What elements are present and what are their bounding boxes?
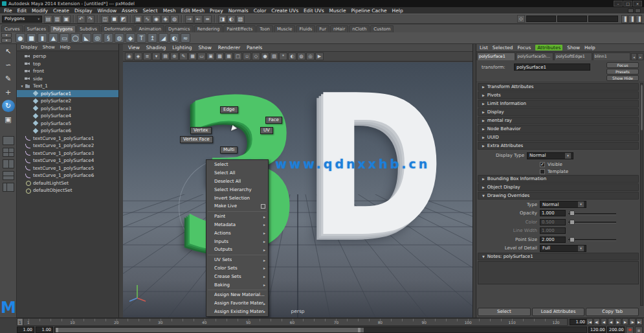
section-bounding-box-information[interactable]: ▶Bounding Box Information xyxy=(478,175,639,183)
input-mode-icon[interactable]: ◇ xyxy=(517,15,525,23)
shelf-tab-custom[interactable]: Custom xyxy=(370,25,394,32)
shelf-tab-fur[interactable]: Fur xyxy=(316,25,329,32)
outliner-item-polysurface5[interactable]: polySurface5 xyxy=(17,120,118,128)
viewport-renderer-button[interactable]: ▶ xyxy=(315,52,324,60)
menu-normals[interactable]: Normals xyxy=(226,8,251,14)
attr-dropdown[interactable]: Normal▾ xyxy=(540,201,586,208)
move-tool-button[interactable]: + xyxy=(2,86,15,98)
outliner-item-defaultobjectset[interactable]: defaultObjectSet xyxy=(17,187,118,194)
save-scene-button[interactable]: ▣ xyxy=(62,15,71,23)
menu-create-uvs[interactable]: Create UVs xyxy=(269,8,301,14)
shelf-tab-subdivs[interactable]: Subdivs xyxy=(76,25,100,32)
smooth-shelf-button[interactable]: ≈ xyxy=(181,33,190,43)
make-live-button[interactable]: ◍ xyxy=(170,15,179,23)
construction-history-button[interactable]: ≡ xyxy=(203,15,212,23)
time-slider[interactable]: 1 1102030405060708090100110120 xyxy=(17,318,568,326)
animation-preferences-button[interactable]: ≡ xyxy=(635,327,643,333)
menu-muscle[interactable]: Muscle xyxy=(327,8,349,14)
ae-menu-attributes[interactable]: Attributes xyxy=(535,45,562,51)
menubar-option-icon[interactable] xyxy=(628,8,634,13)
xray-button[interactable]: ◍ xyxy=(297,52,305,60)
select-component-mode-button[interactable]: ◩ xyxy=(119,15,128,23)
marking-menu-face[interactable]: Face xyxy=(265,117,282,124)
coordinate-input-x[interactable] xyxy=(526,16,556,22)
open-scene-button[interactable]: ▥ xyxy=(53,15,61,23)
previous-key-button[interactable]: ◀| xyxy=(594,318,600,325)
checkbox-visible[interactable] xyxy=(540,162,545,167)
cube-shelf-button[interactable]: ■ xyxy=(27,33,36,43)
go-to-start-button[interactable]: |◀ xyxy=(586,318,593,325)
context-menu-item-paint[interactable]: Paint▸ xyxy=(206,212,268,221)
toggle-channel-box-button[interactable]: ▐ xyxy=(636,15,642,23)
ae-button-show-hide[interactable]: Show Hide xyxy=(606,75,639,81)
playback-end-field[interactable]: 120.00 xyxy=(588,327,606,333)
grid-button[interactable]: ▦ xyxy=(188,52,197,60)
section-limit-information[interactable]: ▶Limit Information xyxy=(478,100,639,108)
two-pane-side-by-side-layout-button[interactable] xyxy=(3,159,14,168)
display-type-dropdown[interactable]: Normal ▾ xyxy=(527,152,573,159)
context-menu-item-select-hierarchy[interactable]: Select Hierarchy xyxy=(206,185,268,194)
marking-menu-multi[interactable]: Multi xyxy=(220,146,238,154)
snap-to-point-button[interactable]: ◉ xyxy=(152,15,161,23)
range-start-handle[interactable] xyxy=(56,328,58,332)
bookmarks-button[interactable]: ▾ xyxy=(152,52,161,60)
notes-textarea[interactable] xyxy=(478,261,639,284)
safe-action-button[interactable]: □ xyxy=(234,52,242,60)
field-chart-button[interactable]: ▦ xyxy=(225,52,233,60)
auto-keyframe-toggle[interactable] xyxy=(626,327,634,333)
menubar-option-icon[interactable] xyxy=(635,8,641,13)
ae-tab-polysurface1[interactable]: polySurface1 xyxy=(477,52,515,60)
prism-shelf-button[interactable]: ◣ xyxy=(82,33,91,43)
attr-value-field[interactable]: 1.000 xyxy=(540,210,566,216)
outliner-item-textcurve-1-polysurface1[interactable]: textCurve_1_polySurface1 xyxy=(17,135,118,143)
shelf-tab-deformation[interactable]: Deformation xyxy=(101,25,135,32)
output-connections-button[interactable]: ← xyxy=(194,15,203,23)
playback-start-field[interactable]: 1.00 xyxy=(36,327,53,333)
render-current-frame-button[interactable]: ◨ xyxy=(218,15,227,23)
attr-dropdown[interactable]: Full▾ xyxy=(540,245,586,252)
viewport-canvas[interactable]: 3 D 5DCG www.qdnxxhb.cn persp EdgeFaceVe… xyxy=(123,62,472,317)
rotate-tool-button[interactable]: ↻ xyxy=(2,100,15,112)
context-menu-item-crease-sets[interactable]: Crease Sets▸ xyxy=(206,272,268,281)
select-object-mode-button[interactable]: ◼ xyxy=(110,15,118,23)
viewport-menu-panels[interactable]: Panels xyxy=(247,45,262,51)
snap-to-curve-button[interactable]: ∿ xyxy=(143,15,151,23)
camera-attributes-button[interactable]: ≡ xyxy=(143,52,151,60)
shelf-tab-polygons[interactable]: Polygons xyxy=(50,25,76,32)
minimize-button[interactable]: – xyxy=(614,1,623,6)
outliner-item-top[interactable]: top xyxy=(17,60,118,68)
slider-handle[interactable] xyxy=(570,211,575,216)
coordinate-input-y[interactable] xyxy=(557,16,587,22)
shelf-tab-rendering[interactable]: Rendering xyxy=(194,25,223,32)
outliner-item-textcurve-1-polysurface3[interactable]: textCurve_1_polySurface3 xyxy=(17,150,118,157)
plane-shelf-button[interactable]: ▭ xyxy=(60,33,69,43)
viewport-menu-shading[interactable]: Shading xyxy=(146,45,166,51)
shelf-tab-surfaces[interactable]: Surfaces xyxy=(24,25,49,32)
text-shelf-button[interactable]: T xyxy=(137,33,146,43)
close-button[interactable]: × xyxy=(633,1,642,6)
use-all-lights-button[interactable]: * xyxy=(279,52,287,60)
context-menu-item-assign-favorite-material[interactable]: Assign Favorite Material▸ xyxy=(206,299,268,308)
play-backward-button[interactable]: ◀ xyxy=(608,318,614,325)
viewport-menu-show[interactable]: Show xyxy=(199,45,212,51)
next-key-button[interactable]: |▶ xyxy=(629,318,636,325)
shelf-tab-toon[interactable]: Toon xyxy=(256,25,273,32)
isolate-select-button[interactable]: ◎ xyxy=(306,52,315,60)
redo-button[interactable]: ↷ xyxy=(86,15,94,23)
toggle-tool-settings-button[interactable]: ▐ xyxy=(628,15,635,23)
cylinder-shelf-button[interactable]: ▮ xyxy=(38,33,47,43)
menu-proxy[interactable]: Proxy xyxy=(207,8,226,14)
copy-tab-button[interactable]: Copy Tab xyxy=(586,308,639,316)
context-menu-item-select[interactable]: Select xyxy=(206,161,268,169)
section-extra-attributes[interactable]: ▶Extra Attributes xyxy=(478,142,639,150)
sphere-shelf-button[interactable]: ● xyxy=(16,33,25,43)
attr-value-field[interactable]: 1.000 xyxy=(540,227,566,234)
range-slider[interactable] xyxy=(54,327,587,333)
step-forward-button[interactable]: ▶ xyxy=(622,318,628,325)
ae-tab-polysurfaceshape1[interactable]: polySurfaceShape1 xyxy=(516,52,554,60)
ae-menu-selected[interactable]: Selected xyxy=(493,45,513,51)
context-menu-item-color-sets[interactable]: Color Sets▸ xyxy=(206,264,268,273)
bevel-shelf-button[interactable]: ◢ xyxy=(159,33,168,43)
range-end-handle[interactable] xyxy=(358,328,361,332)
outliner-item-defaultlightset[interactable]: defaultLightSet xyxy=(17,179,118,187)
